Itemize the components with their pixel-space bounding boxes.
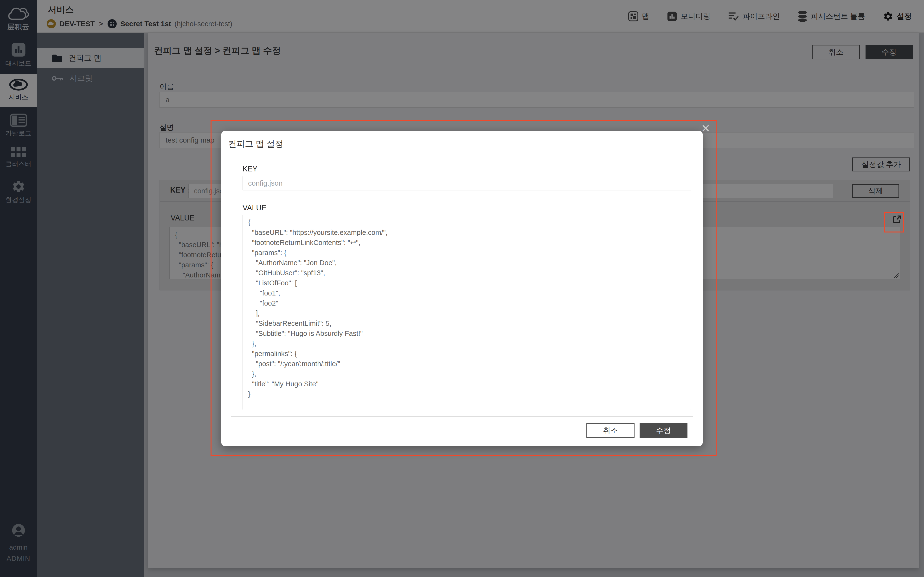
modal-footer-divider <box>231 416 693 417</box>
close-icon[interactable]: ✕ <box>701 123 710 134</box>
modal-key-input[interactable] <box>242 176 691 190</box>
modal-title: 컨피그 맵 설정 <box>228 138 283 150</box>
modal-value-label: VALUE <box>242 204 267 212</box>
modal-submit-button[interactable]: 수정 <box>640 423 688 438</box>
modal-title-divider <box>231 156 693 156</box>
modal-value-json-text: { "baseURL": "https://yoursite.example.c… <box>243 215 691 401</box>
modal-key-label: KEY <box>242 165 257 173</box>
modal-cancel-button[interactable]: 취소 <box>586 423 635 438</box>
modal-value-textarea[interactable]: { "baseURL": "https://yoursite.example.c… <box>242 215 691 410</box>
configmap-settings-modal: ✕ 컨피그 맵 설정 KEY VALUE { "baseURL": "https… <box>221 131 703 446</box>
